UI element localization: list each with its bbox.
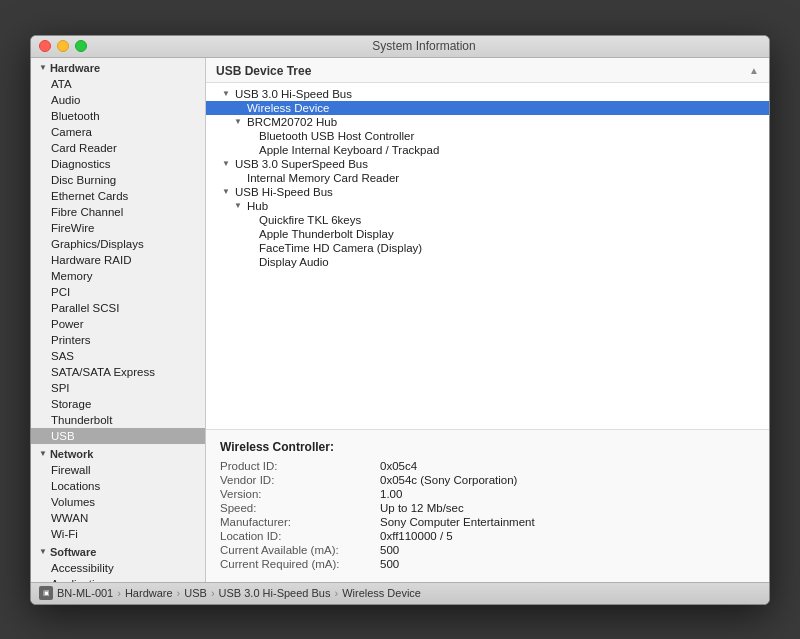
tree-label-facetime: FaceTime HD Camera (Display) [259, 242, 422, 254]
detail-label-current-required: Current Required (mA): [220, 558, 380, 570]
sidebar-section-hardware-label: Hardware [50, 62, 100, 74]
detail-row-location-id: Location ID: 0xff110000 / 5 [220, 530, 755, 542]
tree-item-usb30-hispeed[interactable]: ▼ USB 3.0 Hi-Speed Bus [206, 87, 769, 101]
tree-item-hub[interactable]: ▼ Hub [206, 199, 769, 213]
sidebar-item-camera[interactable]: Camera [31, 124, 205, 140]
sidebar-item-graphics-displays[interactable]: Graphics/Displays [31, 236, 205, 252]
sidebar: ▼ Hardware ATA Audio Bluetooth Camera Ca… [31, 58, 206, 582]
tree-item-facetime[interactable]: FaceTime HD Camera (Display) [206, 241, 769, 255]
tree-label-brcm20702: BRCM20702 Hub [247, 116, 337, 128]
tree-triangle-apple-kb [246, 145, 256, 154]
detail-row-current-required: Current Required (mA): 500 [220, 558, 755, 570]
tree-triangle-quickfire [246, 215, 256, 224]
content-area: USB Device Tree ▲ ▼ USB 3.0 Hi-Speed Bus… [206, 58, 769, 582]
breadcrumb-sep-1: › [117, 587, 121, 599]
sidebar-item-power[interactable]: Power [31, 316, 205, 332]
traffic-lights [39, 40, 87, 52]
content-header: USB Device Tree ▲ [206, 58, 769, 83]
detail-value-version: 1.00 [380, 488, 402, 500]
triangle-hardware: ▼ [39, 63, 47, 72]
sidebar-item-bluetooth[interactable]: Bluetooth [31, 108, 205, 124]
tree-item-brcm20702[interactable]: ▼ BRCM20702 Hub [206, 115, 769, 129]
sidebar-item-storage[interactable]: Storage [31, 396, 205, 412]
tree-triangle-facetime [246, 243, 256, 252]
tree-triangle-display-audio [246, 257, 256, 266]
sidebar-item-wifi[interactable]: Wi-Fi [31, 526, 205, 542]
tree-label-apple-keyboard: Apple Internal Keyboard / Trackpad [259, 144, 439, 156]
sidebar-section-hardware[interactable]: ▼ Hardware [31, 58, 205, 76]
sidebar-item-ethernet-cards[interactable]: Ethernet Cards [31, 188, 205, 204]
tree-triangle-memory-card [234, 173, 244, 182]
sidebar-item-locations[interactable]: Locations [31, 478, 205, 494]
detail-label-current-available: Current Available (mA): [220, 544, 380, 556]
detail-label-product-id: Product ID: [220, 460, 380, 472]
tree-label-display-audio: Display Audio [259, 256, 329, 268]
detail-label-version: Version: [220, 488, 380, 500]
sidebar-item-audio[interactable]: Audio [31, 92, 205, 108]
tree-item-usb-hispeed[interactable]: ▼ USB Hi-Speed Bus [206, 185, 769, 199]
sidebar-item-firewall[interactable]: Firewall [31, 462, 205, 478]
tree-item-bluetooth-usb[interactable]: Bluetooth USB Host Controller [206, 129, 769, 143]
tree-label-memory-card: Internal Memory Card Reader [247, 172, 399, 184]
detail-value-vendor-id: 0x054c (Sony Corporation) [380, 474, 517, 486]
sidebar-section-software[interactable]: ▼ Software [31, 542, 205, 560]
detail-panel: Wireless Controller: Product ID: 0x05c4 … [206, 429, 769, 582]
tree-triangle-hub: ▼ [234, 201, 244, 210]
detail-value-current-required: 500 [380, 558, 399, 570]
tree-label-quickfire: Quickfire TKL 6keys [259, 214, 361, 226]
detail-label-vendor-id: Vendor ID: [220, 474, 380, 486]
tree-item-wireless-device[interactable]: Wireless Device [206, 101, 769, 115]
detail-row-product-id: Product ID: 0x05c4 [220, 460, 755, 472]
tree-item-memory-card[interactable]: Internal Memory Card Reader [206, 171, 769, 185]
sidebar-item-sata[interactable]: SATA/SATA Express [31, 364, 205, 380]
sidebar-item-hardware-raid[interactable]: Hardware RAID [31, 252, 205, 268]
sidebar-item-sas[interactable]: SAS [31, 348, 205, 364]
tree-item-apple-keyboard[interactable]: Apple Internal Keyboard / Trackpad [206, 143, 769, 157]
tree-label-usb-hispeed: USB Hi-Speed Bus [235, 186, 333, 198]
sidebar-section-software-label: Software [50, 546, 96, 558]
tree-item-quickfire[interactable]: Quickfire TKL 6keys [206, 213, 769, 227]
maximize-button[interactable] [75, 40, 87, 52]
sidebar-item-printers[interactable]: Printers [31, 332, 205, 348]
content-header-title: USB Device Tree [216, 64, 311, 78]
detail-row-current-available: Current Available (mA): 500 [220, 544, 755, 556]
tree-item-usb30-superspeed[interactable]: ▼ USB 3.0 SuperSpeed Bus [206, 157, 769, 171]
tree-item-apple-thunderbolt[interactable]: Apple Thunderbolt Display [206, 227, 769, 241]
collapse-icon[interactable]: ▲ [749, 65, 759, 76]
sidebar-item-spi[interactable]: SPI [31, 380, 205, 396]
minimize-button[interactable] [57, 40, 69, 52]
sidebar-item-ata[interactable]: ATA [31, 76, 205, 92]
sidebar-item-memory[interactable]: Memory [31, 268, 205, 284]
tree-triangle-bt-usb [246, 131, 256, 140]
tree-triangle-brcm: ▼ [234, 117, 244, 126]
close-button[interactable] [39, 40, 51, 52]
sidebar-item-card-reader[interactable]: Card Reader [31, 140, 205, 156]
sidebar-item-wwan[interactable]: WWAN [31, 510, 205, 526]
sidebar-item-diagnostics[interactable]: Diagnostics [31, 156, 205, 172]
sidebar-item-accessibility[interactable]: Accessibility [31, 560, 205, 576]
tree-item-display-audio[interactable]: Display Audio [206, 255, 769, 269]
sidebar-item-thunderbolt[interactable]: Thunderbolt [31, 412, 205, 428]
sidebar-section-network[interactable]: ▼ Network [31, 444, 205, 462]
sidebar-item-fibre-channel[interactable]: Fibre Channel [31, 204, 205, 220]
detail-value-product-id: 0x05c4 [380, 460, 417, 472]
sidebar-item-volumes[interactable]: Volumes [31, 494, 205, 510]
statusbar-icon: ▣ [39, 586, 53, 600]
breadcrumb-usb: USB [184, 587, 207, 599]
breadcrumb-sep-4: › [334, 587, 338, 599]
tree-label-bluetooth-usb: Bluetooth USB Host Controller [259, 130, 414, 142]
detail-label-manufacturer: Manufacturer: [220, 516, 380, 528]
detail-row-version: Version: 1.00 [220, 488, 755, 500]
sidebar-item-firewire[interactable]: FireWire [31, 220, 205, 236]
sidebar-item-pci[interactable]: PCI [31, 284, 205, 300]
main-window: System Information ▼ Hardware ATA Audio … [30, 35, 770, 605]
tree-triangle-hispeed: ▼ [222, 187, 232, 196]
main-content: ▼ Hardware ATA Audio Bluetooth Camera Ca… [31, 58, 769, 582]
sidebar-item-parallel-scsi[interactable]: Parallel SCSI [31, 300, 205, 316]
sidebar-item-disc-burning[interactable]: Disc Burning [31, 172, 205, 188]
breadcrumb-device: Wireless Device [342, 587, 421, 599]
tree-label-hub: Hub [247, 200, 268, 212]
sidebar-item-usb[interactable]: USB [31, 428, 205, 444]
breadcrumb-root: BN-ML-001 [57, 587, 113, 599]
sidebar-section-network-label: Network [50, 448, 93, 460]
